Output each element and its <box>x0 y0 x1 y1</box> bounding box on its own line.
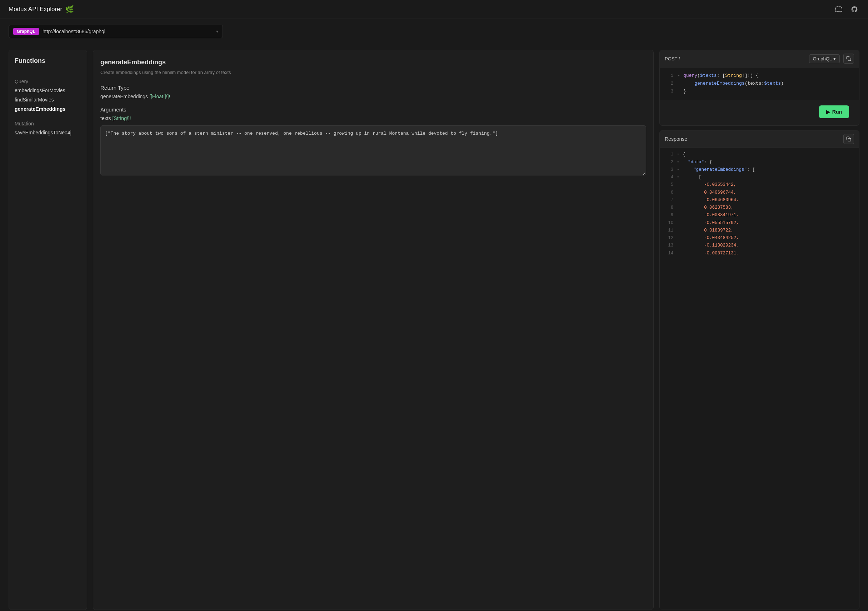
line-number: 1 <box>665 72 673 79</box>
sidebar-item-save-embeddings[interactable]: saveEmbeddingsToNeo4j <box>15 128 81 137</box>
resp-line-6: 6 0.040696744, <box>660 189 859 197</box>
svg-rect-0 <box>848 58 851 61</box>
run-button-area: ▶ Run <box>660 100 859 126</box>
resp-line-2: 2 ▾ "data": { <box>660 159 859 166</box>
svg-rect-1 <box>848 139 851 141</box>
resp-line-4: 4 ▾ [ <box>660 174 859 181</box>
copy-response-button[interactable] <box>843 134 854 144</box>
resp-line-13: 13 -0.113029234, <box>660 242 859 250</box>
resp-line-11: 11 0.01839722, <box>660 227 859 234</box>
main-layout: Functions Query embeddingsForMovies find… <box>0 44 868 611</box>
resp-line-14: 14 -0.008727131, <box>660 250 859 257</box>
response-title: Response <box>665 136 687 142</box>
sidebar-item-generate-embeddings[interactable]: generateEmbeddings <box>15 104 81 114</box>
sidebar-divider <box>15 70 81 70</box>
middle-panel: generateEmbeddings Create embeddings usi… <box>93 50 654 610</box>
resp-line-12: 12 -0.043484252, <box>660 234 859 242</box>
graphql-badge: GraphQL <box>13 28 39 35</box>
sidebar-item-find-similar-movies[interactable]: findSimilarMovies <box>15 95 81 104</box>
post-label: POST / <box>665 56 680 62</box>
arg-name: texts <box>101 115 111 121</box>
resp-line-8: 8 0.06237583, <box>660 204 859 211</box>
run-play-icon: ▶ <box>826 109 830 115</box>
url-bar: GraphQL http://localhost:8686/graphql ▾ <box>0 19 868 44</box>
chevron-down-icon: ▾ <box>216 29 218 34</box>
header-icons <box>834 4 859 14</box>
discord-icon[interactable] <box>834 4 844 14</box>
header-left: Modus API Explorer 🌿 <box>9 5 74 14</box>
code-line-3: 3 } <box>660 88 859 95</box>
format-chevron-icon: ▾ <box>833 56 836 62</box>
response-header: Response <box>660 130 859 148</box>
format-label: GraphQL <box>813 56 832 62</box>
code-line-2: 2 generateEmbeddings(texts: $texts) <box>660 80 859 88</box>
function-name: generateEmbeddings <box>101 59 646 66</box>
return-type-name: generateEmbeddings <box>101 94 148 99</box>
response-body: 1 ▾ { 2 ▾ "data": { 3 ▾ "generateEmbeddi… <box>660 148 859 609</box>
function-description: Create embeddings using the minilm model… <box>101 69 646 76</box>
code-editor-header: POST / GraphQL ▾ <box>660 50 859 68</box>
format-select[interactable]: GraphQL ▾ <box>809 54 840 63</box>
resp-line-3: 3 ▾ "generateEmbeddings": [ <box>660 166 859 174</box>
sidebar-group-mutation: Mutation <box>15 118 81 128</box>
run-label: Run <box>832 109 842 115</box>
sidebar-group-query: Query <box>15 76 81 86</box>
resp-line-5: 5 -0.03553442, <box>660 181 859 189</box>
response-panel: Response 1 ▾ { 2 ▾ "data": { <box>659 130 859 610</box>
line-number: 2 <box>665 80 673 87</box>
copy-code-button[interactable] <box>843 54 854 64</box>
code-editor-panel: POST / GraphQL ▾ 1 <box>659 50 859 126</box>
url-input-area[interactable]: GraphQL http://localhost:8686/graphql ▾ <box>9 25 223 38</box>
line-number: 3 <box>665 88 673 95</box>
code-editor-actions: GraphQL ▾ <box>809 54 854 64</box>
arguments-label: Arguments <box>101 107 646 113</box>
code-body: 1 ▾ query($texts: [String!]!) { 2 genera… <box>660 68 859 100</box>
app-title: Modus API Explorer <box>9 6 62 13</box>
resp-line-1: 1 ▾ { <box>660 151 859 158</box>
sidebar-title: Functions <box>15 57 81 65</box>
return-type-sig: [[Float!]!]! <box>149 94 170 99</box>
arg-type: texts [String!]! <box>101 115 646 121</box>
header: Modus API Explorer 🌿 <box>0 0 868 19</box>
return-type-label: Return Type <box>101 85 646 91</box>
logo-icon: 🌿 <box>65 5 74 14</box>
argument-textarea[interactable]: ["The story about two sons of a stern mi… <box>101 126 646 175</box>
url-text: http://localhost:8686/graphql <box>42 29 212 34</box>
sidebar: Functions Query embeddingsForMovies find… <box>9 50 87 610</box>
code-line-1: 1 ▾ query($texts: [String!]!) { <box>660 72 859 80</box>
sidebar-item-embeddings-for-movies[interactable]: embeddingsForMovies <box>15 86 81 95</box>
resp-line-10: 10 -0.055515792, <box>660 219 859 227</box>
arg-type-sig: [String!]! <box>112 115 131 121</box>
resp-line-9: 9 -0.008841971, <box>660 211 859 219</box>
resp-line-7: 7 -0.064680964, <box>660 197 859 204</box>
right-panel: POST / GraphQL ▾ 1 <box>659 50 859 610</box>
return-type-value: generateEmbeddings [[Float!]!]! <box>101 94 646 99</box>
github-icon[interactable] <box>849 4 859 14</box>
run-button[interactable]: ▶ Run <box>819 105 849 118</box>
